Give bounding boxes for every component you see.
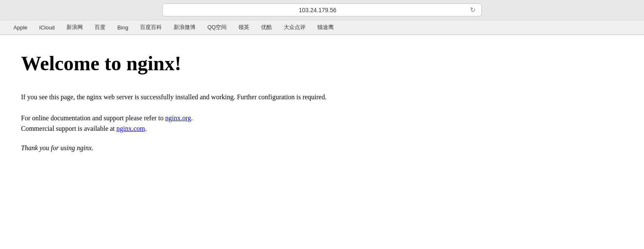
address-bar-wrapper: ↻ — [162, 3, 482, 16]
bookmark-qqzone[interactable]: QQ空间 — [202, 23, 232, 32]
bookmark-apple[interactable]: Apple — [8, 24, 32, 32]
page-heading: Welcome to nginx! — [21, 52, 623, 75]
bookmark-sina[interactable]: 新浪网 — [61, 23, 88, 32]
paragraph-2-before2: Commercial support is available at — [21, 125, 115, 132]
address-bar-row: ↻ — [0, 0, 644, 20]
paragraph-2-period1: . — [191, 114, 193, 122]
browser-chrome: ↻ AppleiCloud新浪网百度Bing百度百科新浪微博QQ空间领英优酷大众… — [0, 0, 644, 35]
paragraph-1: If you see this page, the nginx web serv… — [21, 92, 425, 103]
bookmark-icloud[interactable]: iCloud — [34, 24, 60, 32]
thank-you-text: Thank you for using nginx. — [21, 144, 623, 152]
reload-button[interactable]: ↻ — [468, 6, 477, 14]
nginx-org-link[interactable]: nginx.org — [165, 114, 191, 122]
bookmark-weibo[interactable]: 新浪微博 — [169, 23, 201, 32]
address-input[interactable] — [167, 7, 468, 13]
reload-icon: ↻ — [470, 6, 475, 14]
bookmark-baidu[interactable]: 百度 — [90, 23, 111, 32]
bookmark-youku[interactable]: 优酷 — [256, 23, 277, 32]
paragraph-2: For online documentation and support ple… — [21, 113, 425, 134]
nginx-com-link[interactable]: nginx.com — [116, 125, 145, 132]
bookmark-baike[interactable]: 百度百科 — [135, 23, 167, 32]
paragraph-2-before: For online documentation and support ple… — [21, 114, 164, 122]
bookmark-linkedin[interactable]: 领英 — [233, 23, 254, 32]
page-content: Welcome to nginx! If you see this page, … — [0, 35, 644, 237]
bookmark-dianping[interactable]: 大众点评 — [279, 23, 311, 32]
bookmark-bing[interactable]: Bing — [112, 24, 133, 32]
bookmark-tripadvisor[interactable]: 猫途鹰 — [312, 23, 339, 32]
bookmarks-bar: AppleiCloud新浪网百度Bing百度百科新浪微博QQ空间领英优酷大众点评… — [0, 20, 644, 34]
paragraph-2-period2: . — [145, 125, 147, 132]
